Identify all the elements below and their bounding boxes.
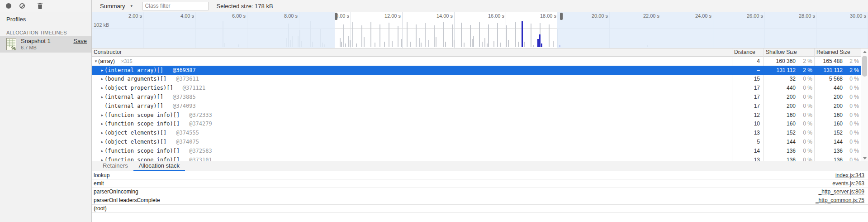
allocation-timeline-overview[interactable]: 2.00 s4.00 s6.00 s8.00 s0.00 s12.00 s14.… — [92, 12, 868, 48]
expand-arrow-icon[interactable]: ▾ — [94, 59, 98, 63]
stack-frame-row[interactable]: emit events.js:263 — [92, 179, 868, 188]
retained-size-cell: 5 5680 % — [814, 76, 861, 82]
column-header-retained-size[interactable]: Retained Size — [814, 48, 861, 56]
clear-profiles-button[interactable] — [18, 1, 27, 10]
allocation-bar-selected — [541, 43, 542, 47]
stack-frame-row[interactable]: lookup index.js:343 — [92, 171, 868, 179]
table-row[interactable]: ▸ (internal array)[] @369387 – 131 1122 … — [92, 66, 868, 75]
grid-scrollbar[interactable] — [861, 48, 868, 161]
allocation-bar — [493, 41, 494, 47]
constructor-name: (function scope info)[] — [104, 148, 180, 154]
table-row[interactable]: ▸ (internal array)[] @373885 17 2000 % 2… — [92, 92, 868, 101]
timeline-tick-label: 4.00 s — [180, 13, 194, 19]
expand-arrow-icon[interactable]: ▸ — [100, 86, 104, 90]
shallow-size-cell: 1520 % — [764, 130, 814, 136]
object-id: @374093 — [173, 103, 196, 109]
record-button[interactable] — [4, 1, 13, 10]
column-header-distance[interactable]: Distance — [732, 48, 764, 56]
tab-allocation-stack[interactable]: Allocation stack — [133, 161, 185, 171]
expand-arrow-icon[interactable]: ▸ — [100, 95, 104, 99]
scrollbar-thumb[interactable] — [862, 56, 867, 77]
retained-size-cell: 1600 % — [814, 121, 861, 127]
table-row[interactable]: (internal array)[] @374093 17 2000 % 200… — [92, 101, 868, 111]
allocation-bar — [425, 23, 426, 47]
allocation-bar — [445, 42, 446, 47]
expand-arrow-icon[interactable]: ▸ — [100, 68, 104, 72]
table-row[interactable]: ▸ (function scope info)[] @372583 14 136… — [92, 146, 868, 155]
perspective-select[interactable]: Summary ▼ — [97, 3, 136, 10]
stack-frame-row[interactable]: parserOnIncoming _http_server.js:809 — [92, 188, 868, 196]
constructor-name: (internal array)[] — [104, 103, 163, 109]
timeline-tick-label: 14.00 s — [436, 13, 453, 19]
expand-arrow-icon[interactable]: ▸ — [100, 149, 104, 153]
function-name: parserOnHeadersComplete — [94, 197, 160, 203]
expand-arrow-icon[interactable]: ▸ — [100, 140, 104, 144]
allocation-bar — [531, 24, 531, 47]
shallow-size-cell: 1600 % — [764, 121, 814, 127]
allocation-bar — [434, 25, 435, 47]
expand-arrow-icon[interactable]: ▸ — [100, 130, 104, 135]
column-header-shallow-size[interactable]: Shallow Size — [764, 48, 814, 56]
class-filter-input[interactable] — [142, 2, 209, 10]
expand-arrow-icon[interactable]: ▸ — [100, 77, 104, 81]
distance-cell: – — [732, 67, 764, 73]
clear-icon — [19, 3, 25, 9]
allocation-bar — [375, 43, 375, 47]
allocation-bar — [454, 40, 455, 47]
scroll-up-icon — [863, 51, 867, 53]
sidebar-title: Profiles — [6, 16, 26, 23]
expand-arrow-icon[interactable]: ▸ — [100, 158, 104, 161]
column-header-constructor[interactable]: Constructor — [92, 48, 732, 56]
source-link[interactable]: _http_server.js:809 — [819, 188, 864, 195]
allocation-bar — [407, 22, 408, 47]
source-link[interactable]: index.js:343 — [835, 172, 864, 179]
expand-arrow-icon[interactable]: ▸ — [100, 121, 104, 126]
selection-grip-handle[interactable] — [560, 13, 563, 20]
scroll-up-button[interactable] — [861, 48, 868, 55]
toolbar-view-controls: Summary ▼ Selected size: 178 kB — [92, 0, 868, 12]
table-row[interactable]: ▸ (function scope info)[] @373101 13 136… — [92, 155, 868, 161]
shallow-size-cell: 1600 % — [764, 112, 814, 118]
memory-scale-label: 102 kB — [94, 22, 109, 28]
allocation-bar — [341, 42, 342, 47]
table-row[interactable]: ▸ (object elements)[] @374075 5 1440 % 1… — [92, 137, 868, 146]
allocation-bar — [500, 43, 501, 47]
allocation-bar — [348, 36, 349, 47]
allocation-bar — [479, 22, 480, 47]
snapshot-save-link[interactable]: Save — [73, 38, 87, 44]
allocation-bar — [401, 39, 402, 47]
selection-grip-handle[interactable] — [335, 13, 337, 20]
delete-profile-button[interactable] — [35, 1, 44, 10]
function-name: lookup — [94, 172, 109, 179]
source-link[interactable]: _http_common.js:75 — [816, 197, 864, 203]
allocation-bar — [488, 24, 489, 47]
snapshot-size: 6.7 MB — [21, 45, 37, 50]
sidebar-item-snapshot-1[interactable]: Snapshot 1 6.7 MB Save — [0, 36, 91, 53]
allocation-bar — [436, 37, 436, 47]
allocation-bar — [389, 23, 389, 47]
table-row[interactable]: ▸ (function scope info)[] @372333 12 160… — [92, 111, 868, 120]
constructor-name: (internal array)[] — [104, 67, 163, 73]
scroll-down-button[interactable] — [861, 155, 868, 161]
shallow-size-cell: 4400 % — [764, 85, 814, 91]
table-row[interactable]: ▸ (object elements)[] @374555 13 1520 % … — [92, 128, 868, 137]
memory-profiler-panel: Summary ▼ Selected size: 178 kB Profiles… — [0, 0, 868, 222]
constructor-name: (bound arguments)[] — [104, 76, 166, 82]
scroll-down-icon — [863, 157, 867, 159]
distance-cell: 14 — [732, 148, 764, 154]
stack-frame-row[interactable]: parserOnHeadersComplete _http_common.js:… — [92, 196, 868, 204]
source-link[interactable]: events.js:263 — [832, 180, 864, 187]
timeline-tick-label: 30.00 s — [850, 13, 866, 19]
table-row[interactable]: ▸ (bound arguments)[] @373611 15 320 % 5… — [92, 75, 868, 84]
expand-arrow-icon[interactable]: ▸ — [100, 113, 104, 117]
grid-body: ▾ (array) ×315 4 160 3602 % 165 4882 % ▸… — [92, 57, 868, 161]
allocation-bar — [518, 42, 519, 47]
allocation-bar — [470, 25, 471, 47]
stack-frame-row[interactable]: (root) — [92, 205, 868, 213]
table-row[interactable]: ▸ (function scope info)[] @374279 10 160… — [92, 120, 868, 129]
allocation-bar — [464, 43, 465, 47]
allocation-bar — [410, 42, 411, 47]
table-row[interactable]: ▸ (object properties)[] @371121 17 4400 … — [92, 83, 868, 92]
table-row[interactable]: ▾ (array) ×315 4 160 3602 % 165 4882 % — [92, 57, 868, 66]
tab-retainers[interactable]: Retainers — [97, 161, 133, 171]
